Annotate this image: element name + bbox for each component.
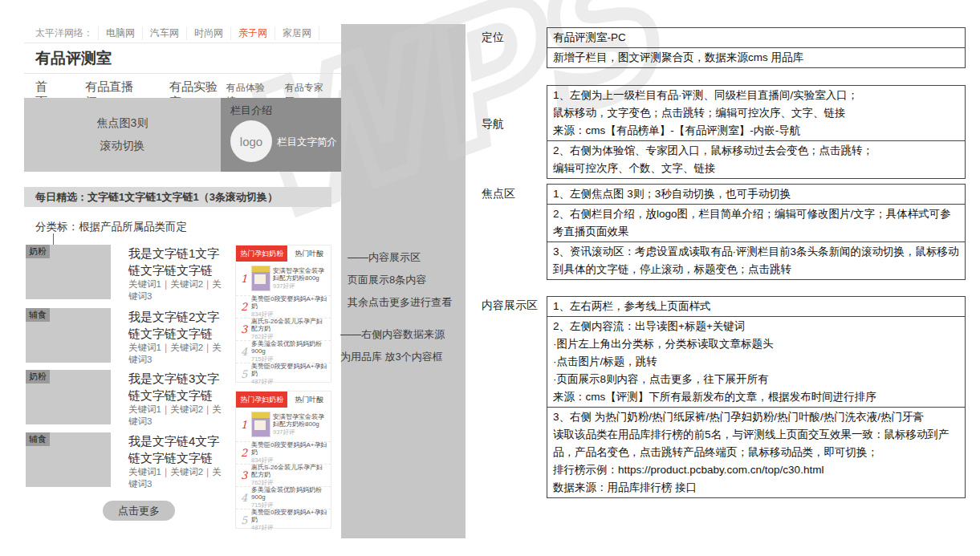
rank-number: 1: [241, 419, 251, 431]
product-image: [251, 266, 270, 291]
spec-row: 3、资讯滚动区：考虑设置成读取有品·评测栏目前3条头条新闻的滚动切换，鼠标移动到…: [547, 242, 965, 279]
ranking-widget-1: 热门孕妇奶粉 热门叶酸 1 安满智孕宝金装孕妇配方奶粉800g 937好评 2 …: [235, 245, 331, 383]
product-title: 惠氏S-26金装儿乐孕产妇配方奶: [251, 318, 327, 332]
product-info: 多美滋金装优阶妈妈奶粉900g 715好评: [251, 340, 327, 363]
article-keywords[interactable]: 关键词1｜关键词2｜关键词3: [128, 278, 226, 302]
product-reviews: 937好评: [273, 428, 327, 436]
ranking-tab-inactive[interactable]: 热门叶酸: [287, 246, 331, 262]
daily-picks-text: 每日精选：文字链1文字链1文字链1（3条滚动切换）: [24, 190, 278, 205]
ranking-item-1[interactable]: 1 安满智孕宝金装孕妇配方奶粉800g 937好评: [236, 408, 331, 441]
ranking-tab-active[interactable]: 热门孕妇奶粉: [236, 246, 287, 262]
article-thumbnail[interactable]: 奶粉: [26, 370, 111, 424]
ranking-item-4[interactable]: 4 多美滋金装优阶妈妈奶粉900g 715好评: [236, 486, 331, 509]
product-title: 安满智孕宝金装孕妇配方奶粉800g: [273, 267, 327, 282]
category-tag: 奶粉: [26, 245, 50, 258]
site-link-auto[interactable]: 汽车网: [142, 26, 186, 40]
rank-number: 5: [241, 514, 251, 526]
load-more-button[interactable]: 点击更多: [103, 501, 175, 521]
spec-row: 新增子栏目，图文评测聚合页，数据来源cms 用品库: [547, 48, 965, 67]
annotation-right-data-source: ——右侧内容数据来源 为用品库 放3个内容框: [340, 323, 469, 368]
product-info: 美赞臣0段安婴妈妈A+孕妇奶 487好评: [251, 509, 327, 532]
spec-row: 1、左侧为上一级栏目有品·评测、同级栏目直播间/实验室入口； 鼠标移动，文字变色…: [547, 86, 965, 141]
category-tag-note: 分类标：根据产品所属品类而定: [35, 220, 187, 234]
article-title-link[interactable]: 我是文字链1文字链文字链文字链: [128, 245, 226, 278]
product-info: 美赞臣0段安婴妈妈A+孕妇奶 487好评: [251, 363, 327, 386]
spec-row: 2、右侧栏目介绍，放logo图，栏目简单介绍；编辑可修改图片/文字；具体样式可参…: [547, 205, 965, 242]
ranking-item-2[interactable]: 2 美赞臣0段安婴妈妈A+孕妇奶 834好评: [236, 295, 331, 318]
product-info: 安满智孕宝金装孕妇配方奶粉800g 937好评: [273, 267, 327, 290]
article-title-link[interactable]: 我是文字链3文字链文字链文字链: [128, 370, 226, 404]
article-thumbnail[interactable]: 辅食: [26, 308, 111, 363]
site-link-baby-active[interactable]: 亲子网: [230, 26, 274, 40]
category-tag: 辅食: [26, 308, 50, 322]
product-title: 美赞臣0段安婴妈妈A+孕妇奶: [251, 509, 327, 523]
product-title: 美赞臣0段安婴妈妈A+孕妇奶: [251, 441, 327, 456]
focus-carousel-placeholder[interactable]: 焦点图3则 滚动切换: [24, 98, 221, 172]
product-title: 多美滋金装优阶妈妈奶粉900g: [251, 340, 327, 355]
ranking-item-2[interactable]: 2 美赞臣0段安婴妈妈A+孕妇奶 834好评: [236, 441, 331, 464]
spec-row: 3、右侧 为热门奶粉/热门纸尿裤/热门孕妇奶粉/热门叶酸/热门洗衣液/热门牙膏 …: [547, 408, 965, 497]
product-reviews: 487好评: [251, 378, 327, 386]
article-keywords[interactable]: 关键词1｜关键词2｜关键词3: [128, 404, 226, 428]
ranking-tab-inactive[interactable]: 热门叶酸: [287, 392, 331, 408]
rank-number: 2: [241, 447, 251, 459]
rank-number: 1: [241, 273, 251, 285]
category-tag: 奶粉: [26, 370, 50, 384]
rank-number: 3: [241, 469, 251, 481]
article-title-link[interactable]: 我是文字链2文字链文字链文字链: [128, 308, 226, 342]
ranking-widget-2: 热门孕妇奶粉 热门叶酸 1 安满智孕宝金装孕妇配方奶粉800g 937好评 2 …: [235, 391, 331, 529]
annotation-content-display: ——内容展示区 页面展示8条内容 其余点击更多进行查看: [348, 246, 468, 314]
daily-picks-bar[interactable]: 每日精选：文字链1文字链1文字链1（3条滚动切换）: [24, 187, 331, 207]
spec-table-focus-area: 1、左侧焦点图 3则；3秒自动切换，也可手动切换 2、右侧栏目介绍，放logo图…: [547, 184, 966, 280]
focus-carousel-line1: 焦点图3则: [97, 116, 148, 131]
network-prefix-label: 太平洋网络：: [24, 26, 98, 40]
category-tag: 辅食: [26, 432, 50, 446]
rank-number: 3: [241, 323, 251, 335]
design-spec-page: WPS 太平洋网络： 电脑网 汽车网 时尚网 亲子网 家居网 有品评测室 首页 …: [0, 0, 980, 556]
rank-number: 4: [241, 346, 251, 358]
spec-table-positioning: 有品评测室-PC 新增子栏目，图文评测聚合页，数据来源cms 用品库: [547, 27, 966, 68]
site-network-bar: 太平洋网络： 电脑网 汽车网 时尚网 亲子网 家居网: [24, 24, 341, 43]
title-divider: [24, 73, 341, 74]
rank-number: 4: [241, 492, 251, 504]
article-thumbnail[interactable]: 辅食: [26, 432, 111, 487]
article-meta: 我是文字链4文字链文字链文字链 关键词1｜关键词2｜关键词3: [128, 432, 226, 487]
spec-label-navigation: 导航: [482, 117, 504, 132]
column-intro-description: 栏目文字简介: [277, 136, 337, 149]
ranking-tab-active[interactable]: 热门孕妇奶粉: [236, 392, 287, 408]
article-keywords[interactable]: 关键词1｜关键词2｜关键词3: [128, 342, 226, 366]
column-intro-panel: 栏目介绍 logo 栏目文字简介: [221, 98, 341, 172]
ranking-item-5[interactable]: 5 美赞臣0段安婴妈妈A+孕妇奶 487好评: [236, 509, 331, 531]
article-keywords[interactable]: 关键词1｜关键词2｜关键词3: [128, 466, 226, 490]
product-info: 安满智孕宝金装孕妇配方奶粉800g 937好评: [273, 413, 327, 436]
product-image: [251, 412, 270, 437]
ranking-item-1[interactable]: 1 安满智孕宝金装孕妇配方奶粉800g 937好评: [236, 262, 331, 295]
ranking-item-5[interactable]: 5 美赞臣0段安婴妈妈A+孕妇奶 487好评: [236, 363, 331, 385]
ranking-item-3[interactable]: 3 惠氏S-26金装儿乐孕产妇配方奶 762好评: [236, 464, 331, 486]
ranking-item-3[interactable]: 3 惠氏S-26金装儿乐孕产妇配方奶 762好评: [236, 318, 331, 340]
site-link-pc[interactable]: 电脑网: [98, 26, 142, 40]
article-thumbnail[interactable]: 奶粉: [26, 245, 111, 299]
focus-carousel-line2: 滚动切换: [100, 139, 145, 153]
product-info: 惠氏S-26金装儿乐孕产妇配方奶 762好评: [251, 464, 327, 487]
article-title-link[interactable]: 我是文字链4文字链文字链文字链: [128, 432, 226, 466]
site-link-home[interactable]: 家居网: [274, 26, 319, 40]
feed-item-3: 奶粉 我是文字链3文字链文字链文字链 关键词1｜关键词2｜关键词3: [26, 370, 226, 424]
rank-number: 5: [241, 368, 251, 380]
product-title: 惠氏S-26金装儿乐孕产妇配方奶: [251, 464, 327, 478]
spec-row: 有品评测室-PC: [547, 28, 965, 48]
product-info: 惠氏S-26金装儿乐孕产妇配方奶 762好评: [251, 318, 327, 341]
ranking-tabs: 热门孕妇奶粉 热门叶酸: [236, 246, 331, 262]
product-title: 安满智孕宝金装孕妇配方奶粉800g: [273, 413, 327, 428]
spec-row: 1、左右两栏，参考线上页面样式: [547, 297, 965, 317]
article-meta: 我是文字链1文字链文字链文字链 关键词1｜关键词2｜关键词3: [128, 245, 226, 299]
feed-item-1: 奶粉 我是文字链1文字链文字链文字链 关键词1｜关键词2｜关键词3: [26, 245, 226, 299]
rank-number: 2: [241, 301, 251, 313]
ranking-item-4[interactable]: 4 多美滋金装优阶妈妈奶粉900g 715好评: [236, 340, 331, 363]
annotation-connector-line: [53, 233, 54, 245]
site-link-fashion[interactable]: 时尚网: [186, 26, 230, 40]
product-title: 美赞臣0段安婴妈妈A+孕妇奶: [251, 295, 327, 310]
feed-item-4: 辅食 我是文字链4文字链文字链文字链 关键词1｜关键词2｜关键词3: [26, 432, 226, 487]
feed-item-2: 辅食 我是文字链2文字链文字链文字链 关键词1｜关键词2｜关键词3: [26, 308, 226, 363]
product-title: 美赞臣0段安婴妈妈A+孕妇奶: [251, 363, 327, 377]
